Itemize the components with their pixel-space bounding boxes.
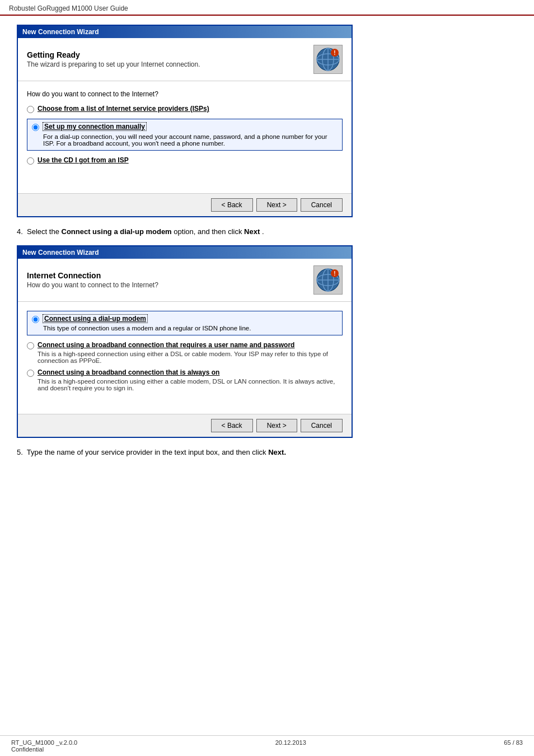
wizard1-option2-title: Set up my connection manually [43,122,147,131]
wizard2-footer: < Back Next > Cancel [18,414,352,437]
footer-page: 65 / 83 [504,739,523,753]
wizard1-radio2[interactable] [32,124,39,131]
wizard2-title: Internet Connection [27,271,158,280]
wizard1-content: How do you want to connect to the Intern… [18,81,352,193]
wizard2-icon: ! [313,265,343,295]
wizard2-content: Connect using a dial-up modem This type … [18,302,352,414]
step4-next: Next [244,227,260,236]
wizard2-back-button[interactable]: < Back [211,419,253,432]
wizard2-option2[interactable]: Connect using a broadband connection tha… [27,341,343,364]
wizard1-option2[interactable]: Set up my connection manually [32,123,338,131]
wizard2-radio3[interactable] [27,370,34,377]
footer-left: RT_UG_M1000 _v.2.0.0 Confidential [11,739,77,753]
wizard2-titlebar: New Connection Wizard [18,246,352,259]
wizard1-subtitle: The wizard is preparing to set up your I… [27,60,200,68]
wizard1-footer: < Back Next > Cancel [18,193,352,216]
wizard1-back-button[interactable]: < Back [211,198,253,212]
wizard2-option1-group[interactable]: Connect using a dial-up modem This type … [27,311,343,335]
wizard1-option2-desc: For a dial-up connection, you will need … [43,133,338,147]
wizard1-header: Getting Ready The wizard is preparing to… [18,38,352,81]
step5-prefix: 5. Type the name of your service provide… [17,448,268,456]
wizard1-option1-title: Choose from a list of Internet service p… [38,105,209,113]
wizard2-option3[interactable]: Connect using a broadband connection tha… [27,368,343,391]
wizard2-option1-title: Connect using a dial-up modem [43,314,148,323]
wizard1-question: How do you want to connect to the Intern… [27,90,343,98]
step4-instruction: 4. Select the Connect using a dial-up mo… [17,226,517,237]
wizard2-header-text: Internet Connection How do you want to c… [27,271,158,289]
wizard1-header-text: Getting Ready The wizard is preparing to… [27,50,200,68]
wizard1-radio3[interactable] [27,157,34,165]
wizard1-radio1[interactable] [27,106,34,113]
wizard1-option1[interactable]: Choose from a list of Internet service p… [27,105,343,113]
wizard2-next-button[interactable]: Next > [256,419,297,432]
wizard1-option3-title: Use the CD I got from an ISP [38,156,129,164]
wizard2-option1-desc: This type of connection uses a modem and… [43,325,338,332]
wizard1-cancel-button[interactable]: Cancel [301,198,343,212]
svg-text:!: ! [334,270,335,277]
footer-doc-id: RT_UG_M1000 _v.2.0.0 [11,739,77,746]
wizard2-cancel-button[interactable]: Cancel [301,419,343,432]
step4-suffix: option, and then click [174,227,244,236]
doc-content: New Connection Wizard Getting Ready The … [0,25,534,458]
wizard1-option2-group[interactable]: Set up my connection manually For a dial… [27,119,343,151]
wizard1-next-button[interactable]: Next > [256,198,297,212]
wizard1-title: Getting Ready [27,50,200,59]
wizard1-icon: ! [313,45,343,74]
wizard2-option3-desc: This is a high-speed connection using ei… [38,378,343,391]
page-footer: RT_UG_M1000 _v.2.0.0 Confidential 20.12.… [0,735,534,756]
wizard1-option2-label: Set up my connection manually [43,123,147,130]
wizard2-dialog: New Connection Wizard Internet Connectio… [17,245,353,438]
wizard2-option3-label: Connect using a broadband connection tha… [38,368,343,391]
footer-confidential: Confidential [11,746,77,753]
wizard2-option2-label: Connect using a broadband connection tha… [38,341,343,364]
wizard2-option2-title: Connect using a broadband connection tha… [38,341,343,349]
footer-date: 20.12.2013 [275,739,306,753]
step4-period: . [262,227,264,236]
wizard2-radio1[interactable] [32,316,39,323]
wizard1-option1-label: Choose from a list of Internet service p… [38,105,209,113]
wizard2-option1-label: Connect using a dial-up modem [43,315,148,323]
step4-bold: Connect using a dial-up modem [62,227,172,236]
wizard2-option1[interactable]: Connect using a dial-up modem [32,315,338,323]
step5-instruction: 5. Type the name of your service provide… [17,447,517,458]
wizard1-option3[interactable]: Use the CD I got from an ISP [27,156,343,165]
wizard1-dialog: New Connection Wizard Getting Ready The … [17,25,353,217]
wizard1-body: Getting Ready The wizard is preparing to… [18,38,352,216]
wizard2-header: Internet Connection How do you want to c… [18,259,352,302]
wizard2-subtitle: How do you want to connect to the Intern… [27,281,158,289]
wizard1-option3-label: Use the CD I got from an ISP [38,156,129,164]
wizard2-radio2[interactable] [27,342,34,349]
wizard2-option3-title: Connect using a broadband connection tha… [38,368,343,376]
document-title: Robustel GoRugged M1000 User Guide [9,4,128,12]
step5-next: Next. [268,448,286,456]
svg-text:!: ! [334,50,335,56]
page-header: Robustel GoRugged M1000 User Guide [0,0,534,16]
wizard2-option2-desc: This is a high-speed connection using ei… [38,351,343,364]
wizard2-body: Internet Connection How do you want to c… [18,259,352,437]
step4-prefix: 4. Select the [17,227,62,236]
wizard1-titlebar: New Connection Wizard [18,26,352,38]
